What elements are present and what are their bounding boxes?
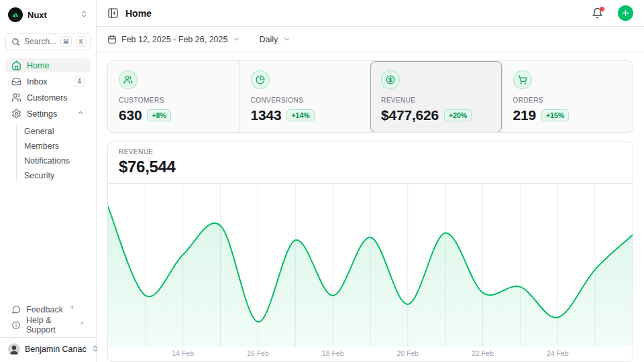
search-input[interactable]: Search... ⌘ K [5, 33, 91, 50]
notifications-button[interactable] [592, 7, 603, 19]
sub-item-label: General [24, 127, 54, 136]
dollar-circle-icon [381, 70, 400, 89]
kbd-cmd: ⌘ [60, 36, 72, 47]
users-icon [11, 93, 21, 103]
page-title: Home [125, 8, 585, 19]
users-icon [119, 70, 138, 89]
chart-header: REVENUE $76,544 [108, 141, 633, 184]
help-support-link[interactable]: Help & Support [5, 318, 91, 332]
sub-item-label: Security [24, 171, 54, 180]
user-menu[interactable]: Benjamin Canac [5, 338, 91, 357]
cart-icon [513, 70, 532, 89]
chevron-up-icon [76, 109, 85, 119]
sidebar-item-label: Customers [27, 93, 85, 103]
home-icon [11, 60, 21, 70]
chart-x-axis: 14 Feb 16 Feb 18 Feb 20 Feb 22 Feb 24 Fe… [108, 347, 633, 361]
granularity-select[interactable]: Daily [259, 35, 290, 44]
stat-card-orders[interactable]: ORDERS 219 +15% [502, 61, 633, 133]
sub-item-label: Notifications [24, 156, 70, 166]
notification-dot [600, 7, 604, 11]
chevron-down-icon [233, 36, 240, 43]
chart-metric-label: REVENUE [119, 148, 622, 156]
stat-delta-badge: +15% [541, 109, 569, 121]
stat-label: CUSTOMERS [119, 97, 229, 104]
revenue-chart-card: REVENUE $76,544 [107, 141, 633, 362]
x-tick-label: 16 Feb [247, 349, 269, 357]
sidebar-item-customers[interactable]: Customers [5, 90, 91, 105]
workspace-switcher[interactable]: Nuxt [5, 5, 91, 24]
stat-value: $477,626 [381, 107, 439, 123]
sidebar-footer-links: Feedback Help & Support [5, 302, 91, 337]
stats-row: CUSTOMERS 630 +8% CONVERSIONS 1343 +14% [107, 60, 633, 133]
stat-delta-badge: +20% [444, 109, 472, 121]
info-icon [11, 320, 21, 330]
x-tick-label: 20 Feb [396, 349, 419, 357]
chevrons-up-down-icon [80, 9, 88, 21]
calendar-icon [107, 35, 117, 44]
dashboard-content: CUSTOMERS 630 +8% CONVERSIONS 1343 +14% [97, 52, 644, 362]
sidebar-item-general[interactable]: General [19, 124, 91, 138]
add-button[interactable] [618, 5, 633, 21]
main-panel: Home Feb 12, 2025 - Feb 26, 2025 Daily [97, 0, 644, 362]
sidebar-item-label: Home [27, 61, 85, 70]
revenue-area-chart[interactable] [108, 184, 633, 347]
feedback-link[interactable]: Feedback [5, 302, 91, 316]
inbox-count-badge: 4 [74, 76, 85, 87]
chart-metric-value: $76,544 [119, 158, 622, 176]
sub-item-label: Members [24, 141, 59, 151]
settings-subnav: General Members Notifications Security [16, 124, 91, 182]
inbox-icon [11, 76, 21, 86]
stat-value: 1343 [251, 107, 282, 123]
gear-icon [11, 109, 21, 119]
stat-value: 219 [513, 107, 536, 123]
sidebar-nav: Home Inbox 4 Customers Settings [5, 58, 91, 182]
stat-card-customers[interactable]: CUSTOMERS 630 +8% [108, 61, 239, 133]
granularity-label: Daily [259, 35, 278, 44]
date-range-label: Feb 12, 2025 - Feb 26, 2025 [121, 35, 227, 44]
search-icon [11, 38, 20, 46]
external-link-icon [79, 318, 85, 328]
sidebar-item-members[interactable]: Members [19, 139, 91, 153]
date-range-picker[interactable]: Feb 12, 2025 - Feb 26, 2025 [107, 35, 240, 44]
search-placeholder: Search... [24, 37, 56, 46]
message-bubble-icon [11, 305, 21, 314]
x-tick-label: 14 Feb [172, 349, 194, 357]
stat-label: CONVERSIONS [251, 97, 360, 104]
sidebar-item-label: Inbox [27, 77, 68, 86]
stat-card-conversions[interactable]: CONVERSIONS 1343 +14% [239, 61, 371, 133]
chart-canvas [108, 184, 633, 347]
x-tick-label: 24 Feb [547, 349, 569, 357]
sidebar-item-notifications[interactable]: Notifications [19, 154, 91, 168]
sidebar: Nuxt Search... ⌘ K Home [0, 0, 97, 362]
x-tick-label: 22 Feb [472, 349, 494, 357]
sidebar-item-security[interactable]: Security [19, 168, 91, 182]
stat-delta-badge: +14% [286, 109, 314, 121]
external-link-icon [69, 303, 74, 312]
workspace-name: Nuxt [28, 10, 75, 20]
chevron-down-icon [283, 36, 290, 43]
footer-link-label: Help & Support [26, 316, 73, 335]
user-name: Benjamin Canac [25, 345, 87, 354]
nuxt-logo-icon [8, 7, 23, 22]
stat-label: REVENUE [381, 97, 491, 104]
header: Home [97, 0, 644, 27]
footer-link-label: Feedback [26, 305, 63, 314]
stat-label: ORDERS [513, 97, 623, 104]
stat-card-revenue[interactable]: REVENUE $477,626 +20% [370, 61, 502, 133]
x-tick-label: 18 Feb [322, 349, 344, 357]
stat-value: 630 [119, 107, 142, 123]
sidebar-item-label: Settings [27, 109, 71, 119]
collapse-sidebar-button[interactable] [107, 7, 119, 19]
pie-chart-icon [251, 70, 270, 89]
sidebar-item-settings[interactable]: Settings [5, 107, 91, 121]
avatar [8, 343, 20, 355]
app-window: Nuxt Search... ⌘ K Home [0, 0, 644, 362]
kbd-k: K [76, 36, 87, 47]
stat-delta-badge: +8% [147, 109, 170, 121]
filter-toolbar: Feb 12, 2025 - Feb 26, 2025 Daily [97, 27, 644, 52]
sidebar-item-inbox[interactable]: Inbox 4 [5, 74, 91, 88]
sidebar-item-home[interactable]: Home [5, 58, 91, 72]
plus-icon [621, 9, 630, 17]
